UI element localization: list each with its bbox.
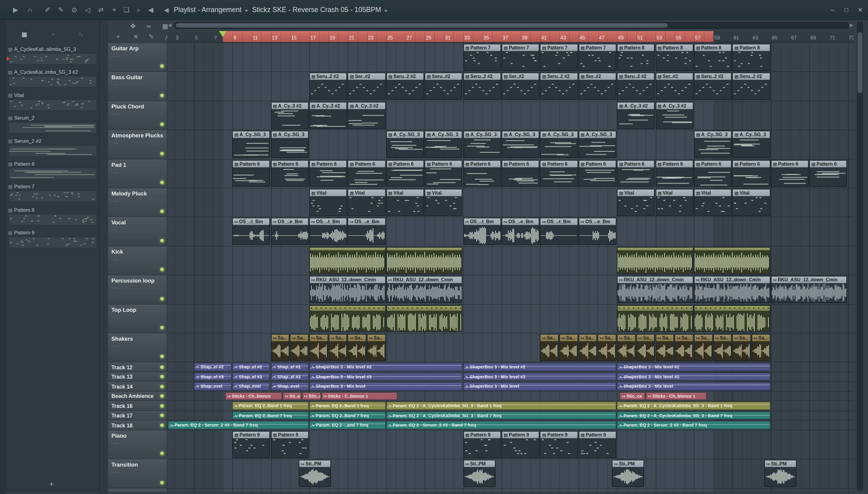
pattern-clip[interactable]: ▤Seru..#2 bbox=[425, 73, 463, 100]
horizontal-scrollbar-thumb[interactable] bbox=[176, 23, 668, 28]
track-mute-led[interactable] bbox=[160, 385, 164, 388]
slide-icon[interactable]: ✐ bbox=[42, 5, 53, 15]
pattern-clip[interactable]: ▤Pattern 6 bbox=[309, 160, 347, 187]
automation-clip[interactable]: ∿ShaperBox 3 - Mix level #2 bbox=[309, 363, 463, 371]
pattern-item[interactable]: ▤A_CyclesKal..imba_5G_3 #2 bbox=[8, 69, 97, 90]
pattern-clip[interactable]: ▤Vital bbox=[309, 189, 347, 216]
pan-tool-icon[interactable]: ✥ bbox=[128, 22, 138, 31]
audio-clip[interactable]: ▸ ▸ ▸ ▸ ▸ ▸ ▸ ▸ ▸ ▸ ▸ ▸ ▸ ▸ ▸ ▸ ▸ bbox=[617, 305, 693, 332]
swap-icon[interactable]: ⇄ bbox=[95, 5, 106, 15]
pattern-clip[interactable]: ▤A_Cy..SG_3 bbox=[425, 131, 463, 158]
pattern-clip[interactable]: ▤Pattern 6 bbox=[809, 160, 847, 187]
pattern-clip[interactable]: ▤Seru..2 #2 bbox=[463, 73, 501, 100]
scroll-right-icon[interactable]: ▶ bbox=[850, 23, 853, 28]
track-header[interactable]: Melody Pluck... bbox=[108, 188, 168, 217]
audio-clip[interactable]: ↦Sa.. bbox=[675, 334, 694, 361]
automation-clip[interactable]: ∿Shap..el #2 bbox=[271, 363, 309, 371]
audio-clip[interactable]: ↦OS_..t_Bm bbox=[463, 218, 501, 245]
track-mute-led[interactable] bbox=[160, 481, 164, 484]
automation-clip[interactable]: ∿ShaperBox 3 - Mix level bbox=[463, 383, 617, 391]
track-mute-led[interactable] bbox=[160, 181, 164, 185]
track-header[interactable]: Track 13 bbox=[108, 372, 168, 382]
audio-clip[interactable]: ↦Stickz - Ch..bience 1 bbox=[646, 392, 707, 400]
pattern-clip[interactable]: ▤Pattern 9 bbox=[463, 431, 501, 458]
track-options[interactable]: ... bbox=[112, 255, 118, 261]
track-options[interactable]: ... bbox=[112, 139, 118, 145]
track-mute-led[interactable] bbox=[160, 93, 164, 97]
pattern-item[interactable]: ▤Serum_2 #2 bbox=[8, 137, 97, 158]
audio-clip[interactable]: ↦OS_..e_Bm bbox=[501, 218, 539, 245]
track-mute-led[interactable] bbox=[160, 414, 164, 417]
pattern-clip[interactable]: ▤A_Cy..SG_3 bbox=[540, 131, 578, 158]
audio-clip[interactable] bbox=[617, 247, 693, 274]
track-header[interactable]: Track 18 bbox=[108, 421, 168, 431]
track-mute-led[interactable] bbox=[160, 375, 164, 379]
track-header[interactable]: Beach Ambience bbox=[108, 392, 168, 401]
pattern-clip[interactable]: ▤A_Cy..SG_3 bbox=[233, 131, 270, 158]
pattern-clip[interactable]: ▤Vital bbox=[425, 189, 463, 216]
pattern-clip[interactable]: ▤Pattern 6 bbox=[463, 160, 501, 187]
minimize-button[interactable]: ─ bbox=[826, 0, 839, 20]
automation-clip[interactable]: ∿Shap..el #2 bbox=[233, 363, 270, 371]
automation-clip[interactable]: ∿Param. EQ 2 - A_CyclesKalimba_5G_3 - Ba… bbox=[386, 402, 616, 410]
draw-tool-icon[interactable]: ✎ bbox=[146, 32, 156, 41]
automation-clip[interactable]: ∿Param. EQ 2..Band 7 freq bbox=[309, 412, 386, 420]
pattern-item[interactable]: ▤Pattern 8 bbox=[8, 206, 97, 227]
mute-icon[interactable]: ◁ bbox=[82, 5, 93, 15]
automation-clip[interactable]: ∿ShaperBox 3 - Mix level #3 bbox=[617, 373, 770, 381]
audio-clip[interactable]: ↦OS_..t_Bm bbox=[309, 218, 347, 245]
audio-clip[interactable]: ↦OS_..t_Bm bbox=[233, 218, 270, 245]
track-header[interactable]: Bass Guitar... bbox=[108, 72, 168, 101]
track-header[interactable]: Piano... bbox=[108, 431, 168, 459]
pattern-clip[interactable]: ▤Seru..2 #2 bbox=[617, 73, 655, 100]
pattern-clip[interactable]: ▤Seru..2 #2 bbox=[694, 73, 732, 100]
track-mute-led[interactable] bbox=[160, 152, 164, 155]
pattern-clip[interactable]: ▤A_Cy..SG_3 bbox=[271, 131, 309, 158]
audio-clip[interactable]: ↦Sa.. bbox=[367, 334, 386, 361]
automation-clip[interactable]: ∿Shap..el #3 bbox=[194, 373, 232, 381]
pattern-clip[interactable]: ▤Pattern 9 bbox=[271, 431, 309, 458]
automation-clip[interactable]: ∿Param. EQ 2 - Serum_2 #3 - Band 7 freq bbox=[617, 421, 770, 429]
automation-clip[interactable]: ∿Param. EQ 2 - A_CyclesKalimba_5G_3 - Ba… bbox=[386, 412, 616, 420]
automation-clip[interactable]: ∿Param. EQ 2..Band 1 freq bbox=[309, 402, 386, 410]
audio-clip[interactable]: ↦Sti..PM bbox=[612, 460, 644, 487]
pattern-clip[interactable]: ▤A_Cy..SG_3 bbox=[386, 131, 424, 158]
pattern-clip[interactable]: ▤Pattern 9 bbox=[501, 431, 539, 458]
pattern-clip[interactable]: ▤Pattern 9 bbox=[233, 431, 270, 458]
track-header[interactable]: Track 16 bbox=[108, 401, 168, 411]
pattern-item[interactable]: ▤Pattern 7 bbox=[8, 183, 97, 204]
pattern-clip[interactable]: ▤Seru..2 #2 bbox=[540, 73, 578, 100]
audio-clip[interactable]: ↦RKU_ASU_12..down_Cmin bbox=[694, 276, 770, 303]
pattern-clip[interactable]: ▤A_Cy..SG_3 bbox=[694, 131, 732, 158]
automation-clip[interactable]: ∿ShaperBox 3 - Mix level #3 bbox=[463, 373, 617, 381]
snap-off-icon[interactable]: ⊘ bbox=[69, 5, 80, 15]
pattern-clip[interactable]: ▤Pattern 8 bbox=[694, 44, 732, 71]
target-icon[interactable]: ⌖ bbox=[109, 5, 119, 15]
audio-clip[interactable]: ↦Sa.. bbox=[694, 334, 713, 361]
automation-clip[interactable]: ∿ShaperBox 3 - Mix level bbox=[617, 383, 770, 391]
automation-clip[interactable]: ∿ShaperBox 3 - Mix level #2 bbox=[617, 363, 770, 371]
track-header[interactable]: Transition... bbox=[108, 459, 168, 488]
audio-clip[interactable]: ↦OS_..e_Bm bbox=[348, 218, 386, 245]
pattern-clip[interactable]: ▤Pattern 8 bbox=[655, 44, 694, 71]
track-mute-led[interactable] bbox=[160, 64, 164, 69]
track-header[interactable]: Top Loop... bbox=[108, 305, 168, 334]
track-mute-led[interactable] bbox=[160, 326, 164, 329]
track-header[interactable]: Percussion loop... bbox=[108, 275, 168, 304]
track-header[interactable]: Track 17 bbox=[108, 411, 168, 420]
track-header[interactable]: Pluck Chord... bbox=[108, 101, 168, 130]
track-mute-led[interactable] bbox=[160, 355, 164, 359]
pattern-clip[interactable]: ▤Pattern 6 bbox=[694, 160, 732, 187]
picker-add-icon[interactable]: + bbox=[48, 30, 58, 39]
pattern-clip[interactable]: ▤Pattern 9 bbox=[540, 431, 578, 458]
audio-clip[interactable]: ↦RKU_ASU_12..down_Cmin bbox=[617, 276, 693, 303]
pattern-item[interactable]: ▤A_CyclesKali..alimba_5G_3 bbox=[8, 45, 97, 66]
track-options[interactable]: ... bbox=[112, 226, 118, 232]
pattern-clip[interactable]: ▤Ser..#2 bbox=[348, 73, 386, 100]
audio-clip[interactable] bbox=[386, 247, 462, 274]
pattern-clip[interactable]: ▤Pattern 6 bbox=[771, 160, 809, 187]
track-header[interactable] bbox=[108, 488, 168, 492]
audio-clip[interactable]: ↦Sa.. bbox=[540, 334, 559, 361]
pattern-clip[interactable]: ▤Pattern 7 bbox=[578, 44, 616, 71]
audio-clip[interactable]: ↦Sa.. bbox=[559, 334, 578, 361]
